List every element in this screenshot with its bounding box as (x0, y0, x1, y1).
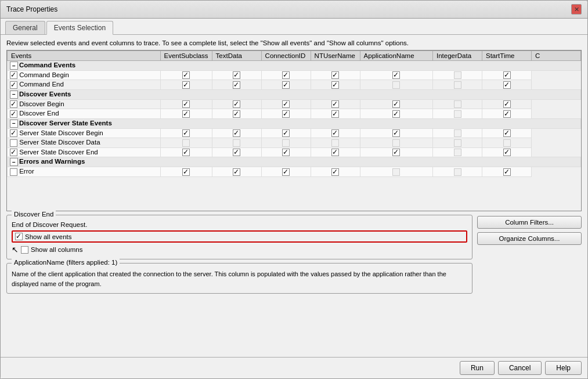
col-checkbox[interactable] (454, 129, 461, 137)
col-checkbox-cell (212, 167, 261, 176)
col-checkbox[interactable] (392, 100, 400, 108)
discover-end-box: Discover End End of Discover Request. Sh… (6, 215, 472, 259)
organize-columns-button[interactable]: Organize Columns... (477, 232, 582, 245)
row-checkbox[interactable] (10, 110, 17, 118)
col-checkbox[interactable] (233, 71, 240, 79)
col-checkbox[interactable] (233, 139, 240, 147)
col-checkbox[interactable] (454, 100, 461, 108)
col-checkbox[interactable] (182, 110, 190, 118)
col-checkbox[interactable] (392, 129, 400, 137)
col-checkbox-cell (360, 138, 432, 147)
table-row: Server State Discover End (8, 147, 581, 157)
col-checkbox[interactable] (233, 100, 240, 108)
col-checkbox[interactable] (503, 129, 511, 137)
col-checkbox-cell (360, 99, 432, 109)
col-header-applicationname: ApplicationName (360, 51, 432, 61)
close-button[interactable]: ✕ (571, 4, 582, 15)
column-filters-button[interactable]: Column Filters... (477, 216, 582, 229)
col-checkbox[interactable] (331, 71, 339, 79)
cursor-icon: ↖ (12, 245, 19, 254)
col-checkbox-cell (482, 128, 532, 138)
col-checkbox[interactable] (282, 81, 290, 89)
row-checkbox[interactable] (10, 100, 17, 108)
col-checkbox[interactable] (182, 168, 190, 176)
show-all-events-row[interactable]: Show all events (12, 230, 467, 243)
col-checkbox[interactable] (282, 129, 290, 137)
col-checkbox[interactable] (454, 110, 461, 118)
col-checkbox[interactable] (392, 81, 400, 89)
col-checkbox-cell (212, 147, 261, 157)
event-name-cell: Server State Discover Begin (8, 128, 161, 138)
col-checkbox[interactable] (454, 168, 461, 176)
col-checkbox[interactable] (503, 81, 511, 89)
col-checkbox[interactable] (282, 168, 290, 176)
appname-box: ApplicationName (filters applied: 1) Nam… (6, 263, 472, 294)
row-checkbox[interactable] (10, 129, 17, 137)
col-checkbox[interactable] (392, 71, 400, 79)
tab-general[interactable]: General (5, 21, 45, 34)
col-checkbox[interactable] (282, 100, 290, 108)
row-checkbox[interactable] (10, 149, 17, 156)
col-checkbox[interactable] (503, 110, 511, 118)
col-checkbox[interactable] (282, 110, 290, 118)
col-checkbox[interactable] (392, 168, 400, 176)
col-header-connectionid: ConnectionID (261, 51, 311, 61)
col-checkbox[interactable] (233, 81, 240, 89)
col-checkbox[interactable] (233, 129, 240, 137)
col-checkbox[interactable] (331, 149, 339, 156)
col-checkbox[interactable] (503, 139, 511, 147)
show-all-columns-checkbox[interactable] (21, 246, 28, 254)
col-checkbox[interactable] (233, 168, 240, 176)
show-all-events-checkbox[interactable] (15, 233, 23, 240)
col-checkbox[interactable] (454, 71, 461, 79)
col-checkbox[interactable] (282, 139, 290, 147)
tab-events-selection[interactable]: Events Selection (46, 21, 113, 35)
event-name-cell: Error (8, 167, 161, 176)
col-checkbox[interactable] (392, 149, 400, 156)
row-checkbox[interactable] (10, 139, 17, 147)
col-checkbox[interactable] (331, 168, 339, 176)
col-checkbox[interactable] (392, 110, 400, 118)
col-checkbox[interactable] (182, 100, 190, 108)
col-checkbox[interactable] (331, 129, 339, 137)
events-table-container[interactable]: Events EventSubclass TextData Connection… (6, 50, 582, 211)
col-checkbox[interactable] (233, 110, 240, 118)
col-checkbox-cell (433, 147, 482, 157)
expand-icon[interactable]: − (10, 62, 18, 70)
table-row: Discover Begin (8, 99, 581, 109)
col-checkbox[interactable] (182, 139, 190, 147)
col-checkbox[interactable] (454, 139, 461, 147)
col-checkbox[interactable] (503, 149, 511, 156)
expand-icon[interactable]: − (10, 91, 18, 99)
col-checkbox[interactable] (331, 139, 339, 147)
col-checkbox[interactable] (182, 71, 190, 79)
help-button[interactable]: Help (545, 361, 582, 375)
col-checkbox[interactable] (182, 129, 190, 137)
category-label: Errors and Warnings (19, 158, 85, 165)
expand-icon[interactable]: − (10, 120, 18, 128)
col-checkbox-cell (212, 138, 261, 147)
col-checkbox[interactable] (182, 149, 190, 156)
expand-icon[interactable]: − (10, 158, 18, 166)
row-checkbox[interactable] (10, 71, 17, 79)
col-checkbox[interactable] (454, 81, 461, 89)
bottom-section: Discover End End of Discover Request. Sh… (6, 215, 582, 352)
col-checkbox[interactable] (503, 168, 511, 176)
col-checkbox[interactable] (331, 100, 339, 108)
cancel-button[interactable]: Cancel (498, 361, 542, 375)
col-checkbox[interactable] (233, 149, 240, 156)
col-checkbox[interactable] (503, 71, 511, 79)
col-checkbox-cell (311, 71, 360, 80)
row-checkbox[interactable] (10, 81, 17, 89)
show-all-columns-row[interactable]: ↖ Show all columns (12, 245, 467, 254)
col-checkbox[interactable] (331, 110, 339, 118)
run-button[interactable]: Run (460, 361, 495, 375)
col-checkbox[interactable] (454, 149, 461, 156)
col-checkbox[interactable] (282, 149, 290, 156)
col-checkbox[interactable] (282, 71, 290, 79)
col-checkbox[interactable] (503, 100, 511, 108)
col-checkbox[interactable] (182, 81, 190, 89)
col-checkbox[interactable] (331, 81, 339, 89)
col-checkbox[interactable] (392, 139, 400, 147)
row-checkbox[interactable] (10, 168, 17, 176)
